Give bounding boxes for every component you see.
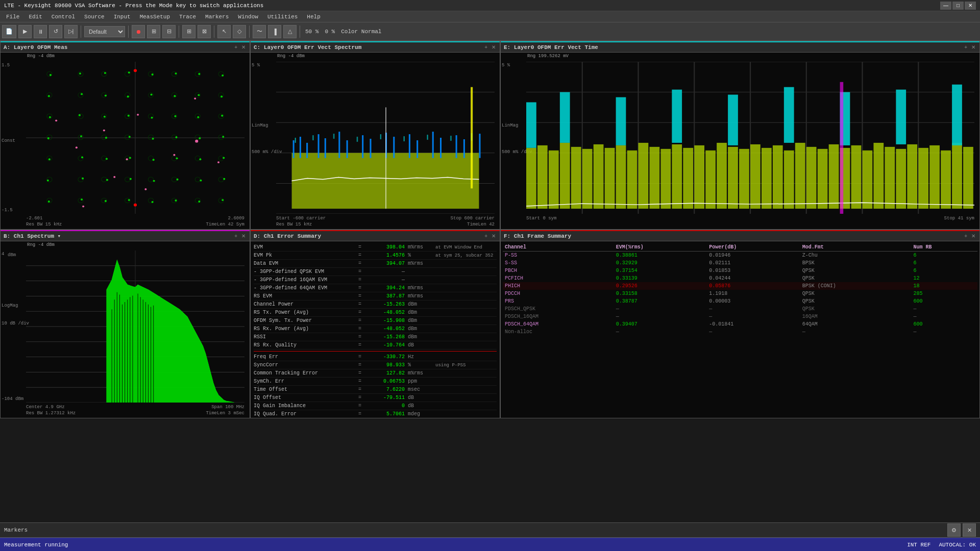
toolbar-sep-5 [249,26,250,38]
err-value-17: 0.06753 [364,379,405,384]
toolbar-layout[interactable]: ⊠ [198,25,211,38]
panel-b-close[interactable]: ✕ [240,233,247,239]
svg-rect-157 [380,134,381,139]
panel-a-resbw: Res BW 15 kHz [26,222,62,227]
toolbar-grid[interactable]: ⊞ [182,25,195,38]
svg-rect-177 [537,145,548,209]
frame-row-4: PHICH 0.29526 0.05876 BPSK (CONI) 18 [503,282,977,290]
int-ref: INT REF [907,542,930,548]
panel-b-ystep: 10 dB /div [2,321,29,326]
menu-meassetup[interactable]: MeasSetup [136,13,174,21]
toolbar-triangle[interactable]: △ [283,25,297,38]
toolbar-sep-6 [300,26,300,38]
panel-e-expand[interactable]: + [963,44,968,50]
frame-evm-1: 0.32929 [614,259,707,267]
menu-edit[interactable]: Edit [24,13,46,21]
toolbar-single[interactable]: ▷| [64,25,78,38]
panel-b-expand[interactable]: + [233,233,238,239]
svg-rect-147 [416,140,418,158]
svg-rect-197 [762,148,772,209]
panel-b-title: B: Ch1 Spectrum ▾ [4,233,61,239]
evm-spectrum-chart [276,62,495,214]
err-value-9: -15.908 [364,318,405,323]
toolbar-record[interactable]: ⏺ [132,25,145,38]
toolbar-restart[interactable]: ↺ [49,25,62,38]
spectrum-chart [26,251,244,403]
frame-numrb-3: 12 [911,274,977,282]
svg-point-98 [47,180,49,182]
err-eq-5: = [356,285,364,291]
svg-rect-190 [683,148,693,209]
frame-mod-10: — [800,328,912,336]
frame-channel-0: P-SS [503,252,614,260]
err-row-20: IQ Gain Imbalance = 0 dB [254,402,497,410]
toolbar-cursor[interactable]: ↖ [217,25,231,38]
toolbar-pause[interactable]: ⏸ [34,25,47,38]
close-button[interactable]: ✕ [965,2,976,10]
minimize-button[interactable]: — [940,2,951,10]
panel-a-close[interactable]: ✕ [240,44,247,50]
menu-file[interactable]: File [2,13,23,21]
svg-rect-156 [357,137,358,142]
svg-point-94 [153,159,155,161]
err-value-10: -48.052 [364,326,405,332]
svg-rect-200 [795,143,805,209]
toolbar-bars[interactable]: ▐ [268,25,281,38]
markers-settings[interactable]: ⚙ [947,523,961,537]
menu-utilities[interactable]: Utilities [263,13,302,21]
err-eq-7: = [356,302,364,307]
svg-rect-185 [627,151,638,209]
toolbar-view2[interactable]: ⊟ [162,25,176,38]
panel-f-close[interactable]: ✕ [970,233,976,239]
toolbar-new[interactable]: 📄 [2,25,16,38]
err-value-20: 0 [364,403,405,409]
panel-e-close[interactable]: ✕ [970,44,976,50]
panel-c-header: C: Layer0 OFDM Err Vect Spectrum + ✕ [251,41,500,53]
frame-row-6: PRS 0.38787 0.00003 QPSK 600 [503,297,977,305]
toolbar-diamond[interactable]: ◇ [233,25,246,38]
svg-point-125 [82,206,84,208]
err-unit-21: mdeg [405,411,435,417]
toolbar-view1[interactable]: ⊞ [147,25,160,38]
zero-label: 0 % [323,29,337,35]
menu-control[interactable]: Control [47,13,79,21]
err-row-0: EVM = 398.04 m%rms at EVM Window End [254,243,497,252]
err-eq-1: = [356,253,364,258]
menu-input[interactable]: Input [110,13,135,21]
err-label-11: RSSI [254,334,356,340]
svg-point-44 [102,177,107,182]
panel-f-expand[interactable]: + [963,233,968,239]
svg-point-101 [130,178,132,180]
menu-window[interactable]: Window [234,13,262,21]
panel-c-ytop: 5 % [252,63,260,68]
frame-numrb-5: 285 [911,290,977,297]
svg-rect-146 [409,134,410,158]
panel-e-ytop: 5 % [502,63,510,68]
menu-trace[interactable]: Trace [175,13,200,21]
panel-d-expand[interactable]: + [483,233,488,239]
svg-point-11 [78,93,83,98]
err-unit-15: % [405,362,435,368]
err-eq-21: = [356,411,364,417]
menu-markers[interactable]: Markers [201,13,233,21]
panel-c-expand[interactable]: + [483,44,488,50]
err-unit-17: ppm [405,379,435,384]
menu-help[interactable]: Help [303,13,324,21]
err-value-18: 7.6220 [364,387,405,392]
menu-source[interactable]: Source [80,13,109,21]
markers-close[interactable]: ✕ [963,523,976,537]
panel-a-xleft: -2.601 [26,216,42,221]
svg-rect-181 [582,149,593,209]
panel-c-close[interactable]: ✕ [491,44,497,50]
svg-rect-183 [605,148,615,209]
preset-dropdown[interactable]: Default [84,26,125,37]
toolbar-play[interactable]: ▶ [18,25,32,38]
panel-d-close[interactable]: ✕ [491,233,497,239]
markers-controls: ⚙ ✕ [947,523,976,537]
toolbar-wave[interactable]: 〜 [253,25,266,38]
panel-a-expand[interactable]: + [233,44,238,50]
frame-channel-1: S-SS [503,259,614,267]
maximize-button[interactable]: □ [952,2,964,10]
panel-d: D: Ch1 Error Summary + ✕ EVM = 398.04 m%… [250,230,500,418]
svg-point-66 [48,95,50,97]
